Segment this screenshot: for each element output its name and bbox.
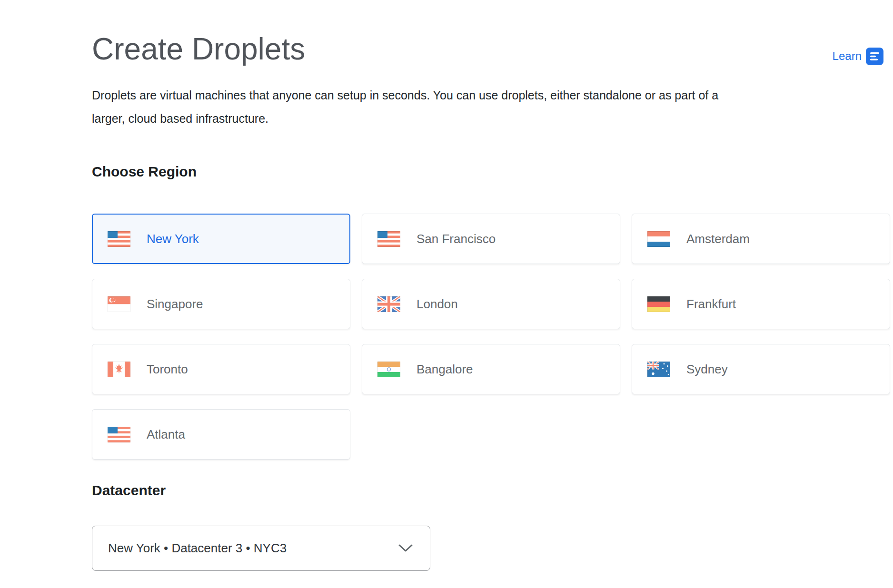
region-label: London bbox=[417, 297, 458, 312]
flag-icon-ca bbox=[108, 362, 130, 377]
page-description: Droplets are virtual machines that anyon… bbox=[92, 84, 893, 130]
region-grid: New YorkSan FranciscoAmsterdamSingaporeL… bbox=[92, 214, 890, 460]
region-card-london[interactable]: London bbox=[362, 279, 620, 329]
region-card-amsterdam[interactable]: Amsterdam bbox=[632, 214, 890, 264]
learn-docs-icon bbox=[866, 48, 883, 65]
flag-icon-sg bbox=[108, 296, 130, 312]
learn-link-label: Learn bbox=[833, 49, 862, 63]
page-title: Create Droplets bbox=[92, 31, 305, 67]
datacenter-select-value: New York • Datacenter 3 • NYC3 bbox=[108, 541, 398, 556]
description-line-2: larger, cloud based infrastructure. bbox=[92, 112, 268, 125]
region-card-bangalore[interactable]: Bangalore bbox=[362, 344, 620, 394]
region-card-singapore[interactable]: Singapore bbox=[92, 279, 350, 329]
learn-link[interactable]: Learn bbox=[833, 47, 883, 65]
flag-icon-us bbox=[108, 427, 130, 442]
create-droplets-page: Create Droplets Learn Droplets are virtu… bbox=[0, 0, 893, 588]
region-label: Toronto bbox=[147, 362, 188, 377]
region-card-new-york[interactable]: New York bbox=[92, 214, 350, 264]
flag-icon-in bbox=[377, 362, 400, 377]
region-label: Bangalore bbox=[417, 362, 473, 377]
datacenter-select[interactable]: New York • Datacenter 3 • NYC3 bbox=[92, 526, 430, 571]
region-card-frankfurt[interactable]: Frankfurt bbox=[632, 279, 890, 329]
region-card-sydney[interactable]: Sydney bbox=[632, 344, 890, 394]
region-card-san-francisco[interactable]: San Francisco bbox=[362, 214, 620, 264]
region-label: New York bbox=[147, 232, 199, 246]
flag-icon-au bbox=[647, 362, 670, 377]
region-card-atlanta[interactable]: Atlanta bbox=[92, 409, 350, 460]
description-line-1: Droplets are virtual machines that anyon… bbox=[92, 88, 718, 102]
datacenter-heading: Datacenter bbox=[92, 482, 166, 499]
flag-icon-us bbox=[377, 231, 400, 247]
region-label: Frankfurt bbox=[686, 297, 736, 312]
flag-icon-us bbox=[108, 231, 130, 247]
region-label: Sydney bbox=[686, 362, 728, 377]
flag-icon-uk bbox=[377, 296, 400, 312]
choose-region-heading: Choose Region bbox=[92, 164, 197, 180]
region-card-toronto[interactable]: Toronto bbox=[92, 344, 350, 394]
flag-icon-de bbox=[647, 296, 670, 312]
region-label: Atlanta bbox=[147, 427, 185, 442]
region-label: Amsterdam bbox=[686, 232, 750, 246]
region-label: San Francisco bbox=[417, 232, 496, 246]
chevron-down-icon bbox=[398, 544, 413, 552]
flag-icon-nl bbox=[647, 231, 670, 247]
region-label: Singapore bbox=[147, 297, 203, 312]
